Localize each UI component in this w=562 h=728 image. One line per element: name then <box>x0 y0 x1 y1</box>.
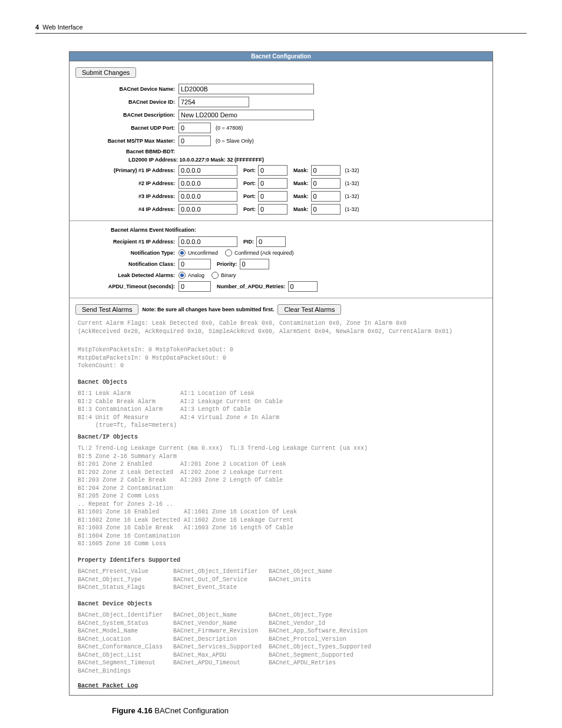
port4-input[interactable] <box>258 204 287 215</box>
ip3-label: #3 IP Address: <box>75 193 178 199</box>
send-test-alarms-button[interactable]: Send Test Alarms <box>75 304 138 315</box>
bacnet-packet-log-link[interactable]: Bacnet Packet Log <box>78 683 138 689</box>
notif-class-input[interactable] <box>178 259 211 269</box>
notif-class-label: Notification Class: <box>75 261 178 267</box>
property-identifiers-heading: Property Identifers Supported <box>78 557 180 564</box>
bacnet-ip-objects-heading: Bacnet/IP Objects <box>78 434 138 440</box>
mask3-label: Mask: <box>293 193 309 199</box>
analog-label: Analog <box>188 272 204 278</box>
apdu-timeout-input[interactable] <box>178 281 211 292</box>
panel-title: Bacnet Configuration <box>70 52 492 61</box>
device-id-label: BACnet Device ID: <box>75 99 178 105</box>
bacnet-config-panel: Bacnet Configuration Submit Changes BACn… <box>69 51 493 696</box>
port2-input[interactable] <box>258 178 287 189</box>
bacnet-ip-objects-text: TL:2 Trend-Log Leakage Current (ma 0.xxx… <box>75 442 487 549</box>
mask2-input[interactable] <box>311 178 340 189</box>
mask4-input[interactable] <box>311 204 340 215</box>
ip2-label: #2 IP Address: <box>75 180 178 186</box>
pid-input[interactable] <box>256 236 286 247</box>
bacnet-device-objects-text: BACnet_Object_Identifier BACnet_Object_N… <box>75 609 487 676</box>
apdu-retries-input[interactable] <box>288 281 318 292</box>
bbmd-info-line: LD2000 IP Address: 10.0.0.227:0 Mask: 32… <box>128 157 267 163</box>
device-name-input[interactable] <box>178 84 314 94</box>
device-name-label: BACnet Device Name: <box>75 86 178 92</box>
port1-input[interactable] <box>258 165 287 176</box>
confirmed-label: Confirmed (Ack required) <box>234 250 294 256</box>
ip1-input[interactable] <box>178 165 237 176</box>
recipient-ip-input[interactable] <box>178 236 237 247</box>
alarm-flags-text: Current Alarm Flags: Leak Detected 0x0, … <box>75 317 487 337</box>
section-title: Web Interface <box>42 24 82 31</box>
binary-radio[interactable] <box>211 272 219 279</box>
leak-alarms-label: Leak Detected Alarms: <box>75 272 178 278</box>
description-input[interactable] <box>178 110 314 120</box>
ip4-input[interactable] <box>178 204 237 215</box>
mstp-master-input[interactable] <box>178 136 211 146</box>
port4-label: Port: <box>243 206 256 212</box>
mask2-label: Mask: <box>293 180 309 186</box>
unconfirmed-label: Unconfirmed <box>188 250 218 256</box>
mstp-master-hint: (0 = Slave Only) <box>216 138 254 144</box>
ip2-input[interactable] <box>178 178 237 189</box>
packet-counts-text: MstpTokenPacketsIn: 0 MstpTokenPacketsOu… <box>75 344 487 371</box>
bacnet-device-objects-heading: Bacnet Device Objects <box>78 601 152 607</box>
submit-changes-button[interactable]: Submit Changes <box>75 67 136 78</box>
bbmd-bdt-label: Bacnet BBMD-BDT: <box>75 149 178 154</box>
description-label: BACnet Description: <box>75 112 178 118</box>
figure-title: BACnet Configuration <box>153 706 229 715</box>
mask1-label: Mask: <box>293 167 309 173</box>
mask4-hint: (1-32) <box>345 206 359 212</box>
figure-number: Figure 4.16 <box>112 706 153 715</box>
notif-type-label: Notification Type: <box>75 250 178 256</box>
pid-label: PID: <box>243 239 254 245</box>
confirmed-radio[interactable] <box>225 249 232 256</box>
apdu-timeout-label: APDU_Timeout (seconds): <box>75 284 178 289</box>
port1-label: Port: <box>243 167 256 173</box>
mask3-input[interactable] <box>311 191 340 202</box>
section-number: 4 <box>35 24 39 31</box>
property-identifiers-text: BACnet_Present_Value BACnet_Object_Ident… <box>75 565 487 593</box>
priority-input[interactable] <box>240 259 269 269</box>
port3-label: Port: <box>243 193 256 199</box>
bacnet-objects-text: BI:1 Leak Alarm AI:1 Location Of Leak BI… <box>75 387 487 431</box>
figure-caption: Figure 4.16 BACnet Configuration <box>112 706 527 715</box>
mask3-hint: (1-32) <box>345 193 359 199</box>
clear-test-alarms-button[interactable]: Clear Test Alarms <box>277 304 341 315</box>
page-header: 4 Web Interface <box>35 24 527 34</box>
mask4-label: Mask: <box>293 206 309 212</box>
recipient-label: Recipient #1 IP Address: <box>75 239 178 245</box>
alarms-section-header: Bacnet Alarms Event Notification: <box>111 227 487 233</box>
ip4-label: #4 IP Address: <box>75 206 178 212</box>
device-id-input[interactable] <box>178 97 249 107</box>
ip3-input[interactable] <box>178 191 237 202</box>
mask1-hint: (1-32) <box>345 167 359 173</box>
ip1-label: (Primary) #1 IP Address: <box>75 167 178 173</box>
priority-label: Priority: <box>217 261 237 267</box>
udp-port-hint: (0 = 47808) <box>216 125 243 131</box>
test-note: Note: Be sure all changes have been subm… <box>142 307 274 312</box>
port2-label: Port: <box>243 180 256 186</box>
mstp-master-label: Bacnet MS/TP Max Master: <box>75 138 178 144</box>
mask1-input[interactable] <box>311 165 340 176</box>
udp-port-input[interactable] <box>178 123 211 133</box>
udp-port-label: Bacnet UDP Port: <box>75 125 178 131</box>
mask2-hint: (1-32) <box>345 180 359 186</box>
binary-label: Binary <box>221 272 236 278</box>
port3-input[interactable] <box>258 191 287 202</box>
apdu-retries-label: Number_of_APDU_Retries: <box>217 284 286 289</box>
unconfirmed-radio[interactable] <box>178 249 186 256</box>
analog-radio[interactable] <box>178 272 186 279</box>
bacnet-objects-heading: Bacnet Objects <box>78 379 127 386</box>
